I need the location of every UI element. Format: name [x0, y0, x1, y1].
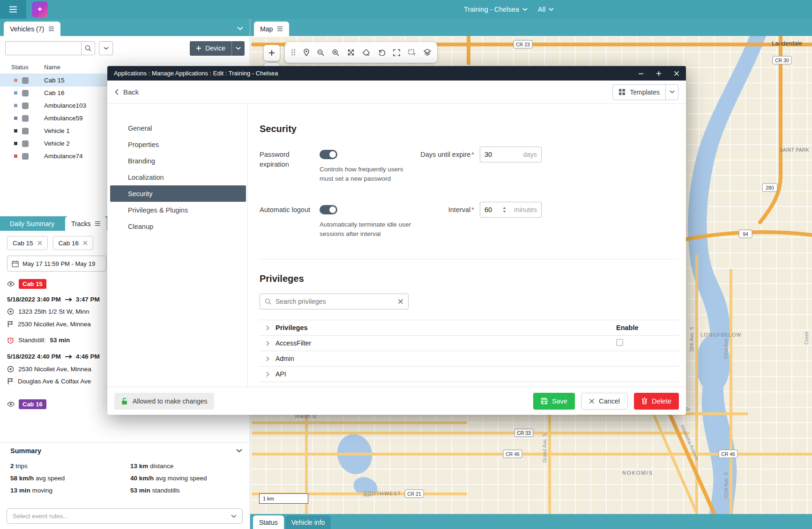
nav-item-branding[interactable]: Branding: [110, 153, 246, 169]
nav-item-privileges-plugins[interactable]: Privileges & Plugins: [110, 202, 246, 218]
trip-end-row[interactable]: Douglas Ave & Colfax Ave: [7, 378, 91, 385]
back-button[interactable]: Back: [115, 88, 139, 96]
privileges-search-input[interactable]: [276, 298, 394, 305]
col-name[interactable]: Name: [44, 64, 60, 71]
arrow-right-icon: [65, 297, 72, 302]
modal-subheader: Back Templates: [107, 81, 686, 104]
chevron-down-icon: [670, 90, 675, 94]
col-status[interactable]: Status: [11, 64, 29, 71]
eye-icon[interactable]: [7, 281, 15, 287]
nav-item-localization[interactable]: Localization: [110, 169, 246, 185]
chevron-down-icon: [549, 8, 554, 11]
add-device-menu-button[interactable]: [231, 41, 245, 56]
chip-label: Cab 16: [59, 240, 79, 247]
zoom-in-button[interactable]: [264, 45, 280, 61]
expand-arrows-icon[interactable]: [347, 49, 355, 56]
stepper-icon[interactable]: [502, 206, 507, 213]
trip-time-row[interactable]: 5/18/2022 3:40 PM 3:47 PM: [7, 296, 100, 303]
tab-tracks[interactable]: Tracks: [65, 216, 107, 231]
trip-time-row[interactable]: 5/18/2022 4:40 PM 4:46 PM: [7, 353, 100, 360]
tab-status[interactable]: Status: [253, 515, 284, 529]
minimize-icon[interactable]: [638, 71, 644, 76]
marker-tool-icon[interactable]: [304, 49, 309, 56]
tab-menu-icon[interactable]: [95, 221, 101, 226]
zoom-out-tool-icon[interactable]: [317, 49, 324, 56]
vehicle-chip[interactable]: Cab 15: [7, 236, 48, 250]
modal-titlebar[interactable]: Applications : Manage Applications : Edi…: [107, 66, 686, 81]
nav-item-security[interactable]: Security: [110, 185, 246, 202]
templates-menu-button[interactable]: [665, 85, 678, 100]
fullscreen-icon[interactable]: [393, 49, 400, 56]
search-button[interactable]: [81, 41, 95, 55]
password-expiration-toggle[interactable]: [320, 150, 337, 159]
vehicle-icon: [22, 103, 29, 109]
main-menu-button[interactable]: [0, 0, 26, 19]
trip-end-row[interactable]: 2530 Nicollet Ave, Minnea: [7, 321, 91, 328]
privilege-row[interactable]: API: [260, 367, 679, 382]
tab-vehicle-info[interactable]: Vehicle info: [285, 515, 331, 529]
templates-button[interactable]: Templates: [613, 85, 665, 100]
nav-item-general[interactable]: General: [110, 120, 246, 136]
chevron-right-icon[interactable]: [266, 325, 269, 331]
chevron-right-icon[interactable]: [266, 372, 269, 377]
clear-search-icon[interactable]: [398, 299, 403, 304]
tab-menu-icon[interactable]: [277, 26, 283, 31]
privilege-name: AccessFilter: [276, 339, 616, 347]
nav-item-properties[interactable]: Properties: [110, 136, 246, 153]
zoom-in-tool-icon[interactable]: [332, 49, 339, 56]
cancel-button[interactable]: Cancel: [581, 393, 628, 410]
chip-remove-icon[interactable]: [37, 241, 42, 245]
eye-icon[interactable]: [7, 402, 15, 407]
eraser-icon[interactable]: [363, 49, 370, 56]
tab-menu-icon[interactable]: [48, 26, 54, 31]
chip-remove-icon[interactable]: [83, 241, 88, 245]
chevron-right-icon[interactable]: [266, 341, 269, 346]
add-device-button[interactable]: Device: [190, 41, 231, 56]
interval-input[interactable]: [484, 206, 500, 213]
privilege-row[interactable]: Admin: [260, 351, 679, 367]
cancel-x-icon: [589, 398, 595, 404]
collapse-panel-button[interactable]: [237, 24, 243, 32]
event-rules-select[interactable]: Select event rules...: [7, 508, 243, 524]
layers-icon[interactable]: [424, 49, 431, 56]
drag-grip-icon[interactable]: [291, 49, 296, 56]
modal-content: Security Password expiration Controls ho…: [248, 104, 686, 387]
chevron-right-icon[interactable]: [266, 356, 269, 361]
scope-selector[interactable]: All: [538, 6, 554, 13]
maximize-icon[interactable]: [656, 71, 662, 76]
trip-start-row[interactable]: 1323 25th 1/2 St W, Minn: [7, 308, 89, 315]
trip-end-time: 3:47 PM: [76, 296, 100, 303]
tab-vehicles[interactable]: Vehicles (7): [4, 22, 60, 36]
days-until-expire-label: Days until expire*: [419, 147, 474, 162]
trip-start-row[interactable]: 2530 Nicollet Ave, Minnea: [7, 366, 91, 373]
save-icon: [541, 397, 548, 404]
toggle-knob: [329, 206, 336, 213]
vehicle-icon: [22, 153, 29, 160]
chevron-down-icon: [237, 27, 243, 30]
vehicle-search-input[interactable]: [5, 41, 81, 55]
close-icon[interactable]: [674, 71, 679, 76]
summary-header[interactable]: Summary: [0, 443, 250, 458]
select-area-query-icon[interactable]: ?: [408, 49, 416, 56]
undo-rotate-icon[interactable]: [378, 49, 385, 56]
enable-checkbox[interactable]: [616, 339, 623, 346]
days-until-expire-input[interactable]: [484, 151, 500, 158]
privilege-row[interactable]: AccessFilter: [260, 336, 679, 351]
org-selector[interactable]: Training - Chelsea: [464, 6, 528, 13]
map-label: SAINT PARK: [779, 147, 809, 153]
tab-map[interactable]: Map: [254, 22, 289, 36]
automatic-logout-toggle[interactable]: [320, 205, 337, 214]
delete-button[interactable]: Delete: [634, 393, 679, 410]
search-options-button[interactable]: [99, 41, 113, 55]
date-range-picker[interactable]: May 17 11:59 PM - May 19: [7, 256, 106, 272]
trip-start-time: 5/18/2022 4:40 PM: [7, 353, 61, 360]
standstill-row[interactable]: Standstill: 53 min: [7, 337, 70, 344]
chevron-down-icon[interactable]: [236, 449, 242, 453]
save-button[interactable]: Save: [533, 393, 575, 410]
vehicle-chip[interactable]: Cab 16: [53, 236, 94, 250]
permission-label: Allowed to make changes: [133, 397, 208, 405]
tab-daily-summary[interactable]: Daily Summary: [4, 216, 60, 231]
templates-label: Templates: [630, 88, 660, 96]
nav-item-cleanup[interactable]: Cleanup: [110, 218, 246, 235]
days-until-expire-field: days: [480, 147, 542, 162]
